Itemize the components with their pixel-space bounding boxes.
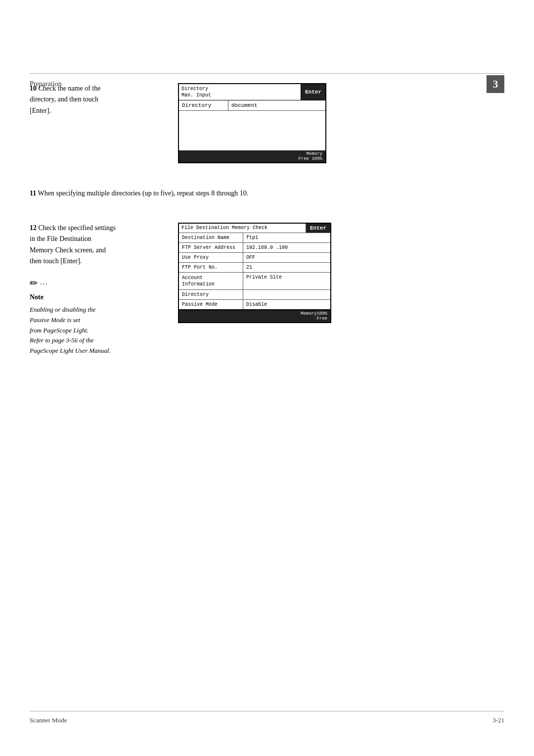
footer-right: 3-21 — [492, 716, 504, 724]
screen2-header-label: File Destination Memory Check — [179, 224, 306, 233]
step12-text-body: Check the specified settingsin the File … — [30, 224, 116, 265]
screen2-value-directory — [243, 290, 330, 299]
screen2-label-use-proxy: Use Proxy — [179, 253, 243, 262]
step12-text-block: 12 Check the specified settingsin the Fi… — [30, 223, 158, 267]
step10-section: 10 Check the name of thedirectory, and t… — [30, 83, 504, 163]
screen2-value-use-proxy: OFF — [243, 253, 330, 262]
screen1-header-line1: Directory — [181, 86, 298, 92]
screen2-value-account-info: Private Site — [243, 273, 330, 289]
screen2-row-passive-mode: Passive Mode Disable — [179, 300, 330, 309]
screen2-row-ftp-port: FTP Port No. 21 — [179, 263, 330, 273]
screen1-header-line2: Man. Input — [181, 92, 298, 98]
screen2-row-ftp-address: FTP Server Address 192.168.0 .100 — [179, 243, 330, 253]
screen2-value-ftp-address: 192.168.0 .100 — [243, 243, 330, 252]
step12-left-column: 12 Check the specified settingsin the Fi… — [30, 223, 158, 356]
screen2-label-destination-name: Destination Name — [179, 233, 243, 242]
step12-number: 12 — [30, 224, 37, 232]
note-icon-row: ✏ ... — [30, 275, 158, 291]
screen2-label-ftp-port: FTP Port No. — [179, 263, 243, 272]
screen1-directory-value: document — [228, 100, 325, 110]
screen2-footer: Memory100%Free — [178, 310, 331, 323]
step10-text-body: Check the name of thedirectory, and then… — [30, 85, 100, 114]
note-label: Note — [30, 292, 158, 303]
screen1-enter-button[interactable]: Enter — [301, 84, 325, 100]
screen2-value-destination-name: ftp1 — [243, 233, 330, 242]
footer-line — [30, 711, 504, 711]
step10-number: 10 — [30, 85, 37, 92]
screen2: File Destination Memory Check Enter Dest… — [178, 223, 331, 323]
screen1: Directory Man. Input Enter Directory doc… — [178, 83, 326, 163]
screen2-value-passive-mode: Disable — [243, 300, 330, 309]
screen1-directory-label: Directory — [179, 100, 228, 110]
step12-section: 12 Check the specified settingsin the Fi… — [30, 223, 504, 356]
screen2-body: Destination Name ftp1 FTP Server Address… — [178, 233, 331, 310]
screen1-directory-row: Directory document — [179, 100, 325, 111]
screen2-label-account-info: AccountInformation — [179, 273, 243, 289]
screen1-empty-area — [179, 111, 325, 150]
screen2-header: File Destination Memory Check Enter — [178, 223, 331, 233]
footer-left: Scanner Mode — [30, 716, 67, 724]
note-pencil-icon: ✏ — [30, 275, 38, 291]
note-section: ✏ ... Note Enabling or disabling thePass… — [30, 275, 158, 356]
step11-section: 11 When specifying multiple directories … — [30, 188, 504, 199]
screen2-row-account-info: AccountInformation Private Site — [179, 273, 330, 290]
page-footer: Scanner Mode 3-21 — [30, 716, 504, 724]
screen2-label-ftp-address: FTP Server Address — [179, 243, 243, 252]
screen2-row-directory: Directory — [179, 290, 330, 300]
screen2-label-passive-mode: Passive Mode — [179, 300, 243, 309]
screen1-header: Directory Man. Input Enter — [179, 84, 325, 100]
step11-text: When specifying multiple directories (up… — [38, 189, 248, 197]
step11-number: 11 — [30, 189, 36, 197]
screen1-footer: MemoryFree 100% — [179, 150, 325, 162]
page-container: Preparation 3 10 Check the name of thedi… — [0, 0, 534, 756]
screen2-label-directory: Directory — [179, 290, 243, 299]
screen2-value-ftp-port: 21 — [243, 263, 330, 272]
screen1-header-label: Directory Man. Input — [179, 84, 301, 100]
note-dots: ... — [40, 277, 48, 288]
screen2-row-destination-name: Destination Name ftp1 — [179, 233, 330, 243]
screen2-enter-button[interactable]: Enter — [306, 224, 330, 233]
note-text: Enabling or disabling thePassive Mode is… — [30, 305, 158, 356]
step10-text: 10 Check the name of thedirectory, and t… — [30, 83, 158, 116]
screen2-row-use-proxy: Use Proxy OFF — [179, 253, 330, 263]
header-line — [30, 73, 504, 74]
